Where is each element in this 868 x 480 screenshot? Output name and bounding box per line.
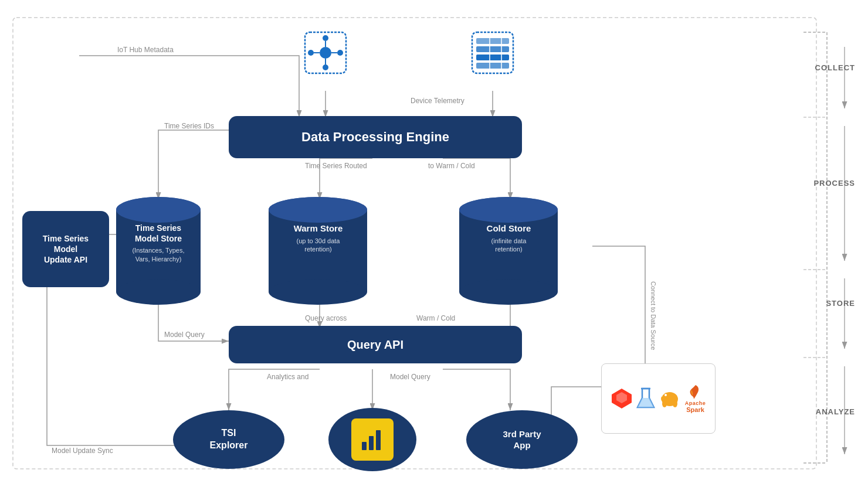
svg-rect-43 xyxy=(369,436,374,450)
svg-rect-42 xyxy=(362,442,367,450)
svg-point-41 xyxy=(459,197,558,223)
query-across-label: Query across xyxy=(305,314,347,322)
process-stage-label: PROCESS xyxy=(813,179,855,188)
svg-point-33 xyxy=(116,197,201,223)
svg-point-52 xyxy=(664,394,667,396)
analyze-stage-label: ANALYZE xyxy=(816,407,855,416)
diagram-container: IoT Hub Metadata Device Telemetry Data P… xyxy=(0,0,868,480)
data-processing-engine-node: Data Processing Engine xyxy=(229,116,522,158)
store-stage-label: STORE xyxy=(826,299,855,308)
event-hub-icon xyxy=(466,29,519,76)
iot-hub-metadata-label: IoT Hub Metadata xyxy=(117,46,174,54)
model-update-sync-label: Model Update Sync xyxy=(52,447,113,455)
svg-point-16 xyxy=(323,64,328,70)
svg-point-17 xyxy=(308,50,314,56)
time-series-routed-label: Time Series Routed xyxy=(305,162,367,170)
time-series-ids-label: Time Series IDs xyxy=(164,122,214,130)
ts-model-store-node: Time Series Model Store (Instances, Type… xyxy=(114,193,202,299)
model-query-label: Model Query xyxy=(164,331,205,339)
svg-point-14 xyxy=(320,47,331,59)
svg-point-40 xyxy=(459,279,558,305)
svg-point-51 xyxy=(673,400,677,407)
svg-rect-24 xyxy=(476,38,509,44)
to-warm-cold-label: to Warm / Cold xyxy=(428,162,475,170)
tsi-explorer-node: TSI Explorer xyxy=(173,410,284,469)
third-party-app-node: 3rd Party App xyxy=(466,410,578,469)
collect-stage-label: COLLECT xyxy=(815,63,855,72)
ts-model-update-api-node: Time Series Model Update API xyxy=(22,211,109,287)
svg-point-18 xyxy=(337,50,343,56)
svg-rect-44 xyxy=(376,430,381,450)
model-query2-label: Model Query xyxy=(390,373,430,381)
third-party-tools-box: Apache Spark xyxy=(601,363,716,434)
svg-point-37 xyxy=(269,197,367,223)
connect-to-data-source-label: Connect to Data Source xyxy=(650,281,657,350)
cold-store-node: Cold Store (infinite data retention) xyxy=(457,193,560,299)
query-api-node: Query API xyxy=(229,326,522,363)
power-bi-node xyxy=(328,408,416,471)
analytics-and-label: Analytics and xyxy=(267,373,308,381)
svg-rect-27 xyxy=(476,63,509,69)
warm-cold-label: Warm / Cold xyxy=(416,314,455,322)
svg-rect-25 xyxy=(476,46,509,52)
svg-point-15 xyxy=(323,35,328,41)
iot-hub-icon xyxy=(299,29,352,76)
svg-rect-26 xyxy=(476,55,509,60)
svg-point-32 xyxy=(116,279,201,305)
device-telemetry-label: Device Telemetry xyxy=(411,97,464,105)
svg-point-36 xyxy=(269,279,367,305)
warm-store-node: Warm Store (up to 30d data retention) xyxy=(267,193,369,299)
